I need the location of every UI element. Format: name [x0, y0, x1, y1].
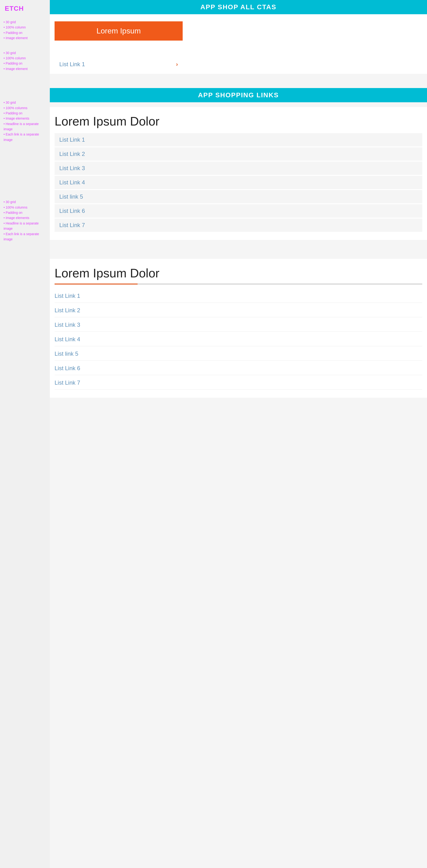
sidebar-item: Image elements	[2, 116, 47, 121]
list-link-g2-6[interactable]: List Link 6	[55, 362, 422, 375]
sidebar-item: 30 grid	[2, 50, 47, 56]
sidebar-item: Padding on	[2, 210, 47, 215]
sidebar-item-each-link2: Each link is a separate image	[2, 231, 47, 242]
sidebar: ETCH 30 grid 100% column Padding on Imag…	[0, 0, 50, 868]
list-link-1[interactable]: List Link 1	[55, 133, 422, 146]
page-wrapper: ETCH 30 grid 100% column Padding on Imag…	[0, 0, 427, 868]
sidebar-logo: ETCH	[2, 5, 47, 12]
sidebar-item-headline2: Headline is a separate image	[2, 221, 47, 231]
sidebar-item: 100% column	[2, 25, 47, 30]
list-link-4[interactable]: List Link 4	[55, 176, 422, 189]
sidebar-item: Padding on	[2, 111, 47, 116]
list-link-g2-4[interactable]: List Link 4	[55, 333, 422, 346]
list-link-g2-1[interactable]: List Link 1	[55, 289, 422, 303]
sidebar-section-1: 30 grid 100% column Padding on Image ele…	[2, 20, 47, 41]
shopping-links-group2: Lorem Ipsum Dolor List Link 1 List Link …	[50, 259, 427, 398]
chevron-right-icon: ›	[176, 61, 178, 68]
app-shop-all-ctas-header: APP SHOP ALL CTAS	[50, 0, 427, 14]
shopping-links-group1: Lorem Ipsum Dolor List Link 1 List Link …	[50, 107, 427, 240]
list-link-3[interactable]: List Link 3	[55, 162, 422, 175]
sidebar-item: Image elements	[2, 215, 47, 220]
single-list-link-wrapper: List Link 1 ›	[50, 55, 427, 74]
main-content: APP SHOP ALL CTAS Lorem Ipsum List Link …	[50, 0, 427, 868]
sidebar-item-each-link: Each link is a separate image	[2, 132, 47, 143]
sidebar-item: 30 grid	[2, 199, 47, 205]
sidebar-item: Image element	[2, 66, 47, 71]
list-link-g2-7[interactable]: List Link 7	[55, 376, 422, 390]
list-link-text: List Link 1	[59, 61, 85, 68]
sidebar-section-4: 30 grid 100% columns Padding on Image el…	[2, 199, 47, 242]
sidebar-item: 30 grid	[2, 20, 47, 25]
list-link-7[interactable]: List Link 7	[55, 219, 422, 232]
list-link-2[interactable]: List Link 2	[55, 147, 422, 161]
sidebar-item: Padding on	[2, 61, 47, 66]
sidebar-item: 100% columns	[2, 205, 47, 210]
sidebar-item: 30 grid	[2, 100, 47, 105]
shopping-headline-1: Lorem Ipsum Dolor	[55, 114, 422, 128]
headline-underline	[55, 284, 422, 284]
underline-gray	[138, 284, 422, 284]
underline-orange	[55, 284, 138, 284]
list-link-row[interactable]: List Link 1 ›	[55, 57, 183, 71]
headline-wrapper: Lorem Ipsum Dolor	[55, 266, 422, 284]
sidebar-item: 100% column	[2, 56, 47, 61]
list-link-5[interactable]: List link 5	[55, 190, 422, 204]
sidebar-item: Padding on	[2, 30, 47, 35]
list-link-6[interactable]: List Link 6	[55, 204, 422, 218]
list-link-g2-2[interactable]: List Link 2	[55, 304, 422, 317]
sidebar-item: Image element	[2, 35, 47, 40]
sidebar-section-2: 30 grid 100% column Padding on Image ele…	[2, 50, 47, 72]
sidebar-section-3: 30 grid 100% columns Padding on Image el…	[2, 100, 47, 143]
sidebar-item-headline: Headline is a separate image	[2, 121, 47, 132]
sidebar-item: 100% columns	[2, 105, 47, 111]
cta-button[interactable]: Lorem Ipsum	[55, 21, 183, 40]
shopping-headline-2: Lorem Ipsum Dolor	[55, 266, 422, 284]
list-link-g2-5[interactable]: List link 5	[55, 347, 422, 361]
cta-section: Lorem Ipsum	[50, 14, 427, 55]
list-link-g2-3[interactable]: List Link 3	[55, 318, 422, 332]
app-shopping-links-header: APP SHOPPING LINKS	[50, 88, 427, 102]
